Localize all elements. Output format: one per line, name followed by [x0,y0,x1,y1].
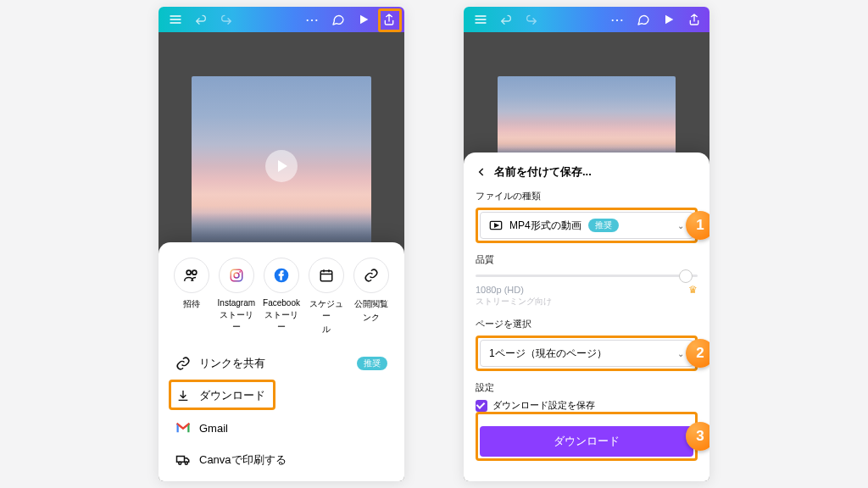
download-sheet: 名前を付けて保存... ファイルの種類 MP4形式の動画 推奨 ⌄ 1 品質 1… [464,152,709,481]
save-settings-checkbox[interactable]: ダウンロード設定を保存 [476,399,698,412]
recommended-badge: 推奨 [357,357,387,370]
svg-rect-6 [320,271,332,281]
facebook-icon [264,258,299,293]
share-menu: リンクを共有 推奨 ダウンロード Gmail Canvaで印刷する [164,347,399,476]
gmail-icon [175,420,191,435]
pages-value: 1ページ（現在のページ） [489,347,607,361]
instagram-icon [219,258,254,293]
quality-slider[interactable] [476,274,698,277]
download-button[interactable]: ダウンロード [480,426,693,457]
chevron-down-icon: ⌄ [677,349,684,358]
link-icon [175,356,191,371]
share-highlight [378,8,402,32]
share-label: ンク [363,312,380,324]
share-label: Facebook [263,298,300,308]
calendar-icon [309,258,344,293]
share-label: スケジュー [306,298,348,322]
pages-highlight: 1ページ（現在のページ） ⌄ [476,336,698,371]
file-type-value: MP4形式の動画 [509,219,581,233]
download-btn-highlight: ダウンロード [476,412,698,461]
share-targets-row: 招待 Instagram ストーリー Facebook ストーリー スケジュー … [164,258,399,336]
step-badge-1: 1 [686,211,709,240]
comment-icon[interactable] [331,13,345,26]
share-label: ル [322,324,331,336]
checkbox-icon [476,400,487,412]
svg-point-1 [192,270,196,274]
redo-icon[interactable] [220,13,233,26]
link-icon [353,258,389,293]
step-badge-3: 3 [686,422,709,451]
svg-point-8 [179,462,181,464]
redo-icon[interactable] [525,13,538,26]
file-type-select[interactable]: MP4形式の動画 推奨 ⌄ [480,212,693,239]
share-instagram[interactable]: Instagram ストーリー [215,258,257,336]
menu-icon[interactable] [474,13,487,26]
share-public-link[interactable]: 公開閲覧 ンク [351,258,392,336]
pages-select[interactable]: 1ページ（現在のページ） ⌄ [480,340,693,367]
svg-point-4 [239,271,241,273]
play-overlay-icon[interactable] [265,150,298,182]
menu-gmail[interactable]: Gmail [164,412,399,444]
svg-rect-7 [177,457,185,463]
share-label: ストーリー [260,309,302,333]
share-label: ストーリー [215,309,257,333]
svg-point-0 [186,270,191,274]
share-invite[interactable]: 招待 [170,258,212,336]
top-bar: ⋯ [464,7,709,32]
svg-point-3 [234,273,239,278]
svg-point-9 [185,462,187,464]
phone-right: ⋯ 名前を付けて保存... ファイルの種類 MP4形式の動画 推奨 ⌄ 1 [464,7,709,481]
quality-value: 1080p (HD) ♛ [476,284,698,296]
chevron-down-icon: ⌄ [677,221,684,230]
video-thumbnail[interactable] [192,76,371,256]
share-label: Instagram [218,298,255,308]
sheet-title: 名前を付けて保存... [476,164,698,180]
checkbox-label: ダウンロード設定を保存 [492,399,595,412]
file-type-label: ファイルの種類 [476,190,698,202]
recommended-badge: 推奨 [588,219,619,232]
menu-label: リンクを共有 [199,356,265,371]
menu-label: Canvaで印刷する [199,452,287,468]
premium-icon: ♛ [688,284,698,296]
undo-icon[interactable] [194,13,208,26]
video-icon [489,220,503,230]
truck-icon [175,452,191,468]
quality-sublabel: ストリーミング向け [476,296,698,308]
top-bar: ⋯ [159,7,404,32]
download-highlight [169,380,275,410]
share-schedule[interactable]: スケジュー ル [306,258,348,336]
file-type-highlight: MP4形式の動画 推奨 ⌄ [476,208,698,243]
play-icon[interactable] [357,13,370,26]
back-icon[interactable] [476,166,487,178]
menu-icon[interactable] [169,13,182,26]
invite-icon [174,258,209,293]
more-icon[interactable]: ⋯ [305,12,320,28]
share-icon[interactable] [687,13,701,26]
comment-icon[interactable] [637,13,650,26]
settings-label: 設定 [476,381,698,394]
more-icon[interactable]: ⋯ [610,12,625,28]
menu-share-link[interactable]: リンクを共有 推奨 [164,347,399,380]
share-sheet: 招待 Instagram ストーリー Facebook ストーリー スケジュー … [159,242,404,481]
pages-label: ページを選択 [476,318,698,330]
share-facebook[interactable]: Facebook ストーリー [260,258,302,336]
menu-label: Gmail [199,422,228,435]
undo-icon[interactable] [499,13,513,26]
step-badge-2: 2 [686,339,709,368]
share-label: 招待 [183,298,200,310]
phone-left: ⋯ 招待 Instagram ストーリー Facebook ストー [159,7,404,481]
share-label: 公開閲覧 [354,298,388,310]
menu-print[interactable]: Canvaで印刷する [164,444,399,476]
play-icon[interactable] [662,13,676,26]
quality-label: 品質 [476,253,698,266]
